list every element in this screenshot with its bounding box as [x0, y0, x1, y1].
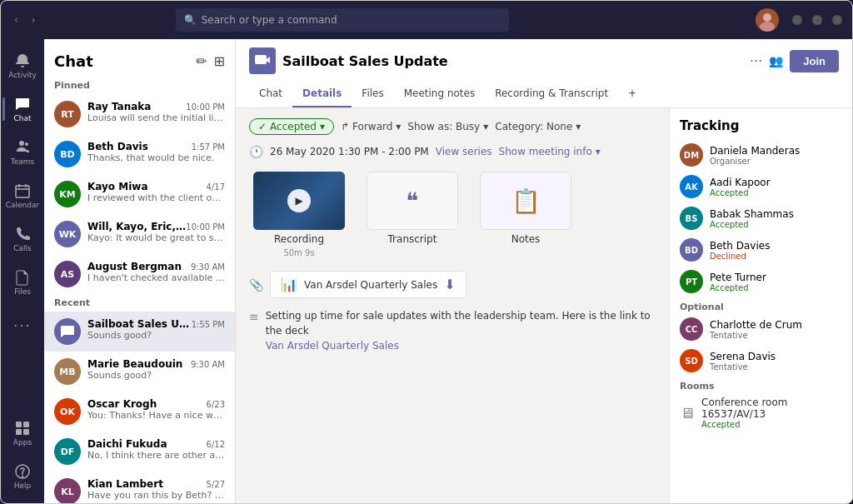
tracking-name: Pete Turner [710, 272, 842, 283]
chat-avatar: MB [54, 358, 81, 385]
content-area: Sailboat Sales Update ··· 👥 Join Chat De… [236, 39, 852, 503]
room-item: 🖥 Conference room 16537/AV/13 Accepted [680, 397, 842, 429]
recent-chat-item-0[interactable]: Sailboat Sales Update1:55 PM Sounds good… [44, 312, 235, 352]
view-series-link[interactable]: View series [436, 146, 492, 157]
category-label: Category: None [495, 121, 572, 132]
forward-chevron-icon: ▾ [396, 121, 401, 132]
media-cards: ▶ Recording 50m 9s ❝ Transcript [249, 172, 656, 257]
sidebar-label-calendar: Calendar [6, 201, 39, 209]
tracking-status: Accepted [710, 283, 842, 292]
check-icon: ✓ [258, 121, 267, 132]
forward-action[interactable]: ↱ Forward ▾ [341, 121, 401, 132]
meeting-title: Sailboat Sales Update [282, 53, 448, 69]
message-link[interactable]: Van Arsdel Quarterly Sales [266, 340, 399, 352]
sidebar-item-help[interactable]: Help [2, 457, 42, 497]
show-meeting-info-button[interactable]: Show meeting info ▾ [499, 146, 601, 157]
sidebar-item-calls[interactable]: Calls [2, 219, 42, 259]
tracking-person-serena: SD Serena Davis Tentative [680, 349, 842, 372]
forward-label: Forward [352, 121, 392, 132]
notes-thumbnail[interactable]: 📋 [480, 172, 571, 230]
sidebar-item-teams[interactable]: Teams [2, 132, 42, 172]
show-as-action[interactable]: Show as: Busy ▾ [407, 121, 488, 132]
calendar-icon: 🕐 [249, 145, 263, 158]
tracking-name: Babak Shammas [710, 208, 842, 220]
forward-arrow[interactable]: › [28, 11, 39, 29]
tracking-person-aadi: AK Aadi Kapoor Accepted [680, 175, 842, 198]
minimize-button[interactable]: ─ [792, 15, 802, 25]
tracking-avatar: CC [680, 317, 703, 341]
show-as-chevron-icon: ▾ [483, 121, 488, 132]
transcript-card[interactable]: ❝ Transcript [362, 172, 462, 245]
chat-avatar: AS [54, 261, 81, 287]
back-arrow[interactable]: ‹ [11, 11, 22, 29]
recording-card[interactable]: ▶ Recording 50m 9s [249, 172, 349, 257]
sidebar-item-calendar[interactable]: Calendar [2, 176, 42, 216]
chat-avatar: KL [54, 478, 81, 503]
tracking-person-beth: BD Beth Davies Declined [680, 238, 842, 262]
tab-chat[interactable]: Chat [249, 81, 292, 107]
pinned-chat-item-4[interactable]: AS August Bergman9:30 AM I haven't check… [44, 254, 235, 294]
tracking-status: Tentative [710, 362, 842, 372]
pinned-chat-item-0[interactable]: RT Ray Tanaka10:00 PM Louisa will send t… [44, 94, 235, 134]
meeting-icon [249, 47, 276, 74]
chat-panel-title: Chat [54, 52, 93, 70]
tracking-status: Accepted [710, 220, 842, 229]
tracking-avatar: BD [680, 238, 703, 262]
title-bar-right: ─ □ ✕ [756, 8, 842, 32]
user-avatar[interactable] [756, 8, 779, 32]
tab-recording-transcript[interactable]: Recording & Transcript [485, 81, 618, 107]
recent-chat-item-3[interactable]: DF Daichi Fukuda6/12 No, I think there a… [44, 432, 235, 472]
pinned-chat-item-1[interactable]: BD Beth Davis1:57 PM Thanks, that would … [44, 134, 235, 174]
participants-icon[interactable]: 👥 [769, 54, 783, 67]
sidebar-item-apps[interactable]: Apps [2, 413, 42, 453]
tracking-panel: Tracking DM Daniela Manderas Organiser A… [669, 108, 852, 503]
tab-meeting-notes[interactable]: Meeting notes [394, 81, 485, 107]
notes-card[interactable]: 📋 Notes [476, 172, 576, 245]
close-button[interactable]: ✕ [832, 15, 842, 25]
sidebar-item-activity[interactable]: Activity [2, 46, 42, 86]
more-dots-icon: ··· [13, 318, 31, 334]
recent-chat-item-2[interactable]: OK Oscar Krogh6/23 You: Thanks! Have a n… [44, 392, 235, 432]
attachment-file[interactable]: 📊 Van Arsdel Quarterly Sales ⬇ [270, 271, 466, 298]
recording-thumbnail[interactable]: ▶ [253, 172, 345, 230]
tracking-avatar: BS [680, 207, 703, 230]
sidebar-item-chat[interactable]: Chat [2, 89, 42, 129]
chat-avatar [54, 318, 81, 345]
join-button[interactable]: Join [790, 50, 839, 72]
maximize-button[interactable]: □ [812, 15, 822, 25]
more-options-button[interactable]: ··· [750, 53, 762, 69]
date-row: 🕐 26 May 2020 1:30 PM - 2:00 PM View ser… [249, 145, 656, 158]
category-action[interactable]: Category: None ▾ [495, 121, 581, 132]
filter-icon[interactable]: ⊞ [214, 53, 225, 69]
download-icon[interactable]: ⬇ [444, 277, 455, 292]
sidebar-label-apps: Apps [13, 438, 32, 447]
chat-panel-actions: ✏ ⊞ [196, 53, 225, 69]
accepted-status-badge[interactable]: ✓ Accepted ▾ [249, 118, 334, 135]
sidebar-item-more[interactable]: ··· [2, 306, 42, 346]
pinned-chat-item-2[interactable]: KM Kayo Miwa4/17 I reviewed with the cli… [44, 174, 235, 214]
tab-files[interactable]: Files [352, 81, 393, 107]
svg-rect-5 [16, 429, 22, 435]
search-bar[interactable]: 🔍 Search or type a command [176, 8, 509, 32]
recent-chat-item-1[interactable]: MB Marie Beaudouin9:30 AM Sounds good? [44, 352, 235, 392]
svg-rect-2 [16, 186, 29, 197]
chat-avatar: KM [54, 181, 81, 207]
recent-chat-item-4[interactable]: KL Kian Lambert5/27 Have you ran this by… [44, 472, 235, 503]
meeting-tabs-row: Chat Details Files Meeting notes Recordi… [249, 81, 839, 107]
show-meeting-label: Show meeting info [499, 146, 592, 157]
attachment-row: 📎 📊 Van Arsdel Quarterly Sales ⬇ [249, 271, 656, 298]
tab-add[interactable]: + [618, 81, 646, 107]
svg-rect-9 [255, 55, 267, 64]
rooms-section-label: Rooms [680, 381, 842, 392]
tab-details[interactable]: Details [292, 81, 352, 107]
status-chevron-icon: ▾ [320, 121, 325, 132]
new-chat-icon[interactable]: ✏ [196, 53, 207, 69]
transcript-thumbnail[interactable]: ❝ [367, 172, 458, 230]
main-content: Activity Chat Teams Calendar Calls Files [1, 39, 852, 503]
tracking-name: Charlotte de Crum [710, 319, 842, 331]
nav-arrows: ‹ › [11, 11, 39, 29]
tracking-status: Declined [710, 252, 842, 261]
sidebar-item-files[interactable]: Files [2, 262, 42, 302]
pinned-chat-item-3[interactable]: WK Will, Kayo, Eric, +210:00 PM Kayo: It… [44, 214, 235, 254]
play-button[interactable]: ▶ [287, 189, 311, 212]
